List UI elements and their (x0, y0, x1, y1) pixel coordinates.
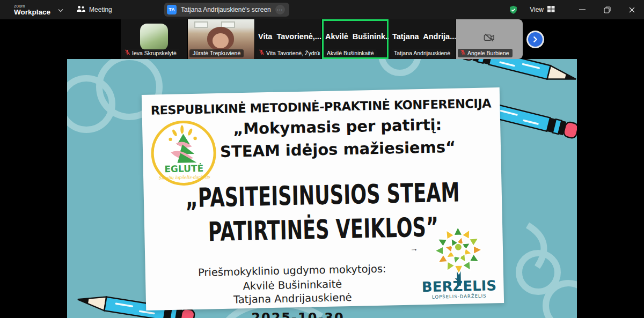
presentation-slide: 2025-10-30 RESPUBLIKINĖ METODINĖ-PRAKTIN… (67, 59, 577, 318)
participant-name-label: Jūratė Trepkuvienė (189, 49, 244, 57)
grid-view-icon (547, 6, 555, 14)
participant-avatar-image (140, 24, 168, 50)
shared-screen-stage: 2025-10-30 RESPUBLIKINĖ METODINĖ-PRAKTIN… (0, 59, 644, 318)
mic-muted-icon (460, 49, 466, 56)
zoom-meeting-window: zoom Workplace Meeting TA Tatjana Andrij… (0, 0, 644, 318)
view-button-label: View (530, 6, 544, 13)
slide-heading-line1: „PASITEISINUSIOS STEAM (143, 178, 502, 212)
participant-filmstrip: Ieva Skrupskelytė Jūratė Trepkuvienė Vit… (0, 19, 644, 59)
camera-off-icon (483, 32, 495, 45)
participant-name-label: Tatjana Andrijauskienė (391, 49, 453, 57)
participant-display-name: Tatjana Andrija... (389, 32, 456, 41)
participant-tile-tatjana[interactable]: Tatjana Andrija... Tatjana Andrijauskien… (389, 19, 456, 59)
participant-tile-angele[interactable]: Angele Burbiene (456, 19, 523, 59)
participant-tile-vita[interactable]: Vita Tavorienė,... Vita Tavorienė, Žydrū… (255, 19, 321, 59)
svg-text:EGLUTĖ: EGLUTĖ (164, 162, 203, 175)
zoom-workplace-logo[interactable]: zoom Workplace (14, 4, 50, 16)
participant-tile-jurate[interactable]: Jūratė Trepkuvienė (188, 19, 254, 59)
titlebar: zoom Workplace Meeting TA Tatjana Andrij… (0, 0, 644, 19)
restore-window-button[interactable] (595, 0, 619, 19)
next-participants-button[interactable] (528, 32, 543, 47)
slide-card: RESPUBLIKINĖ METODINĖ-PRAKTINĖ KONFERENC… (142, 87, 504, 310)
svg-text:LOPŠELIS-DARŽELIS: LOPŠELIS-DARŽELIS (432, 293, 487, 300)
more-options-icon[interactable]: ⋯ (275, 5, 285, 14)
participant-tile-ieva[interactable]: Ieva Skrupskelytė (121, 19, 187, 59)
zoom-logo-sub: zoom (14, 4, 50, 9)
mic-muted-icon (259, 49, 265, 56)
participant-name-label: Vita Tavorienė, Žydrūn... (257, 49, 320, 57)
eglute-logo: EGLUTĖ Šiaulių lopšelis-darželis (149, 118, 219, 188)
participant-name-label: Angele Burbiene (458, 49, 513, 57)
svg-text:BERŽELIS: BERŽELIS (422, 277, 497, 295)
berzelis-logo: BERŽELIS LOPŠELIS-DARŽELIS (419, 221, 499, 302)
participant-tile-akvile-active-speaker[interactable]: Akvilė Bušinink... Akvilė Bušininkaitė (322, 19, 389, 59)
conference-subtitle-line2: STEAM idėjos mažiesiems“ (175, 137, 501, 162)
svg-text:Šiaulių lopšelis-darželis: Šiaulių lopšelis-darželis (158, 174, 210, 180)
people-icon (76, 5, 85, 14)
screen-share-tab-label: Tatjana Andrijauskienė's screen (181, 6, 271, 13)
mic-muted-icon (125, 49, 130, 56)
close-window-button[interactable] (619, 0, 644, 19)
meeting-tab-label: Meeting (89, 6, 112, 13)
avatar: TA (167, 5, 177, 14)
security-shield-icon[interactable] (509, 5, 518, 14)
slide-date-partial: 2025-10-30 (67, 310, 529, 318)
view-button[interactable]: View (530, 6, 555, 14)
arrow-cursor: → (410, 243, 418, 253)
participant-display-name: Vita Tavorienė,... (255, 32, 321, 41)
conference-title: RESPUBLIKINĖ METODINĖ-PRAKTINĖ KONFERENC… (142, 96, 500, 117)
conference-subtitle-line1: „Mokymasis per patirtį: (174, 114, 501, 139)
participant-display-name: Akvilė Bušinink... (322, 32, 389, 41)
participant-name-label: Akvilė Bušininkaitė (324, 49, 377, 57)
participant-name-label: Ieva Skrupskelytė (122, 49, 180, 57)
chevron-down-icon[interactable] (58, 5, 63, 14)
zoom-logo-main: Workplace (14, 9, 50, 16)
minimize-button[interactable] (570, 0, 595, 19)
screen-share-tab[interactable]: TA Tatjana Andrijauskienė's screen ⋯ (164, 3, 289, 17)
meeting-tab[interactable]: Meeting (72, 2, 116, 17)
